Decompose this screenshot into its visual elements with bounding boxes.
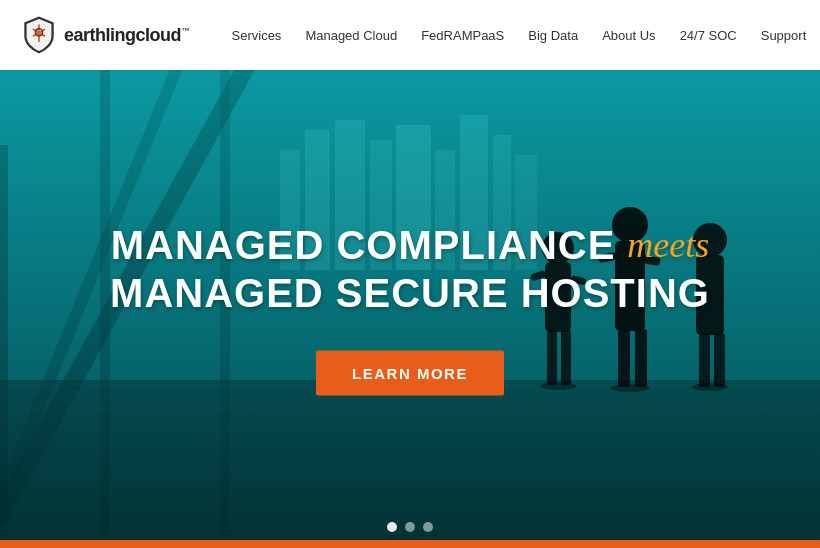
carousel-dot-3[interactable] [423,522,433,532]
hero-managed-compliance-text: MANAGED COMPLIANCE [111,223,616,267]
bottom-accent-strip [0,540,820,548]
carousel-dots [387,522,433,532]
main-nav: Services Managed Cloud FedRAMPaaS Big Da… [220,28,820,43]
hero-meets-text: meets [627,224,709,266]
nav-item-fedrampaas[interactable]: FedRAMPaaS [409,28,516,43]
hero-cta-container: LEARN MORE [60,351,760,396]
nav-item-about-us[interactable]: About Us [590,28,667,43]
nav-item-services[interactable]: Services [220,28,294,43]
carousel-dot-1[interactable] [387,522,397,532]
carousel-dot-2[interactable] [405,522,415,532]
hero-headline-line1: MANAGED COMPLIANCE meets [60,223,760,267]
logo[interactable]: earthlingcloud™ [20,16,190,54]
logo-text: earthlingcloud™ [64,25,190,46]
hero-headline-line2: MANAGED SECURE HOSTING [60,271,760,315]
nav-item-big-data[interactable]: Big Data [516,28,590,43]
hero-secure-hosting-text: MANAGED SECURE HOSTING [110,271,710,315]
nav-item-managed-cloud[interactable]: Managed Cloud [293,28,409,43]
logo-icon [20,16,58,54]
learn-more-button[interactable]: LEARN MORE [316,351,504,396]
hero-section: MANAGED COMPLIANCE meets MANAGED SECURE … [0,70,820,548]
hero-content: MANAGED COMPLIANCE meets MANAGED SECURE … [60,223,760,396]
nav-item-247-soc[interactable]: 24/7 SOC [668,28,749,43]
nav-item-support[interactable]: Support [749,28,819,43]
site-header: earthlingcloud™ Services Managed Cloud F… [0,0,820,70]
